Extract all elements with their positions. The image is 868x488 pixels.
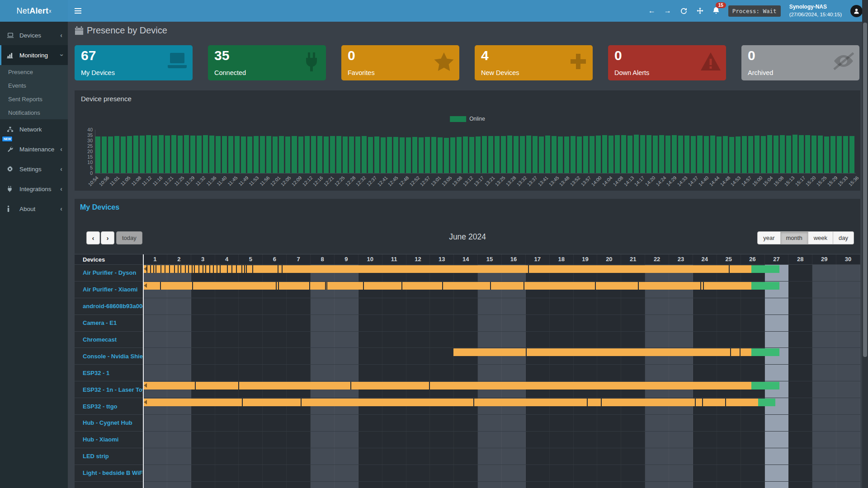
day-header-cell: 11 xyxy=(382,254,406,264)
chart-bar xyxy=(381,137,386,173)
currently-online-bar[interactable] xyxy=(751,348,779,356)
day-cell xyxy=(143,365,167,381)
card-new-devices[interactable]: 4 New Devices xyxy=(475,45,593,80)
day-cell xyxy=(263,448,287,465)
device-name[interactable]: LED strip xyxy=(75,448,143,465)
sidebar-item-devices[interactable]: Devices ‹ xyxy=(0,25,68,45)
offline-gap-tick xyxy=(188,265,189,273)
chart-bar xyxy=(235,136,240,173)
chart-legend[interactable]: Online xyxy=(450,116,485,122)
sidebar-item-integrations[interactable]: Integrations ‹ xyxy=(0,179,68,199)
forward-arrow-icon[interactable]: → xyxy=(664,7,671,14)
device-timeline xyxy=(143,398,860,415)
view-day-button[interactable]: day xyxy=(833,231,854,244)
back-arrow-icon[interactable]: ← xyxy=(648,7,656,14)
day-cell xyxy=(621,432,645,448)
card-archived[interactable]: 0 Archived xyxy=(741,45,859,80)
offline-gap-tick xyxy=(192,265,193,273)
card-favorites[interactable]: 0 Favorites xyxy=(341,45,459,80)
currently-online-bar[interactable] xyxy=(758,399,776,406)
continues-left-arrow-icon xyxy=(144,283,147,288)
x-tick-label: 14:00 xyxy=(590,175,603,187)
vertical-scrollbar[interactable] xyxy=(862,0,868,488)
offline-gap-tick xyxy=(192,282,193,290)
device-name[interactable]: Camera - E1 xyxy=(75,315,143,332)
day-cell xyxy=(669,482,693,488)
currently-online-bar[interactable] xyxy=(751,382,779,389)
chart-bar xyxy=(222,136,227,173)
scrollbar-thumb[interactable] xyxy=(863,23,867,357)
sidebar-item-monitoring[interactable]: Monitoring ‹ xyxy=(0,45,68,65)
online-period-bar[interactable] xyxy=(143,282,751,290)
currently-online-bar[interactable] xyxy=(751,265,779,273)
device-name[interactable]: Hub - Xiaomi xyxy=(75,432,143,448)
x-tick-label: 13:37 xyxy=(526,175,538,187)
day-header-cell: 21 xyxy=(621,254,645,264)
day-cell xyxy=(335,298,359,314)
online-period-bar[interactable] xyxy=(453,348,752,356)
sidebar-item-presence[interactable]: Presence xyxy=(0,65,68,79)
day-cell xyxy=(574,298,598,314)
device-row: ESP32 - 1 xyxy=(75,365,860,381)
sidebar-item-about[interactable]: About ‹ xyxy=(0,199,68,219)
device-name[interactable]: Light - bedside B WiFi xyxy=(75,465,143,482)
notifications-bell[interactable]: 15 xyxy=(712,7,720,15)
day-header-cell: 15 xyxy=(478,254,502,264)
online-period-bar[interactable] xyxy=(143,399,758,406)
device-name[interactable]: android-68608b93a00e4 xyxy=(75,298,143,315)
device-timeline xyxy=(143,465,860,482)
card-down-alerts[interactable]: 0 Down Alerts xyxy=(608,45,726,80)
device-name[interactable]: Hub - Cygnet Hub xyxy=(75,415,143,432)
app-logo[interactable]: NetAlertx xyxy=(0,0,68,22)
sidebar-item-notifications[interactable]: Notifications xyxy=(0,106,68,119)
x-tick-label: 11:40 xyxy=(216,175,228,187)
chevron-left-icon: ‹ xyxy=(60,32,62,39)
sidebar-item-settings[interactable]: Settings ‹ xyxy=(0,159,68,179)
device-name[interactable]: Air Purifier - Dyson xyxy=(75,265,143,282)
view-month-button[interactable]: month xyxy=(781,231,808,244)
day-cell xyxy=(836,282,860,298)
devices-column-header: Devices xyxy=(75,254,143,264)
day-cell xyxy=(717,482,741,488)
card-my-devices[interactable]: 67 My Devices xyxy=(75,45,193,80)
device-name[interactable]: Chromecast xyxy=(75,332,143,348)
day-cell xyxy=(741,448,765,465)
chart-bar xyxy=(203,135,208,173)
device-name[interactable]: ESP32 - 1 xyxy=(75,365,143,381)
refresh-icon[interactable] xyxy=(680,7,688,15)
day-cell xyxy=(836,482,860,488)
device-name[interactable]: Air Purifier - Xiaomi xyxy=(75,282,143,298)
day-cell xyxy=(812,381,836,398)
day-cell xyxy=(287,348,311,364)
day-cell xyxy=(167,432,191,448)
online-period-bar[interactable] xyxy=(143,382,751,389)
card-connected[interactable]: 35 Connected xyxy=(208,45,326,80)
x-tick-label: 13:01 xyxy=(429,175,442,187)
x-tick-label: 15:17 xyxy=(794,175,806,187)
sidebar-item-maintenance[interactable]: Maintenance ‹ xyxy=(0,139,68,159)
view-year-button[interactable]: year xyxy=(757,231,780,244)
day-cell xyxy=(143,332,167,348)
currently-online-bar[interactable] xyxy=(751,282,779,290)
day-cell xyxy=(263,365,287,381)
my-devices-heading[interactable]: My Devices xyxy=(80,203,119,211)
chart-bar xyxy=(95,136,100,173)
move-icon[interactable] xyxy=(696,7,704,15)
device-name[interactable]: ESP32 - ttgo xyxy=(75,398,143,415)
device-name[interactable]: Console - Nvidia Shield TV xyxy=(75,348,143,365)
day-cell xyxy=(693,315,717,331)
view-week-button[interactable]: week xyxy=(808,231,833,244)
chart-bar xyxy=(482,136,487,173)
sidebar-item-label: Monitoring xyxy=(19,52,48,59)
day-cell xyxy=(215,315,239,331)
day-cell xyxy=(526,332,550,348)
sidebar-item-sent-reports[interactable]: Sent Reports xyxy=(0,92,68,106)
user-avatar[interactable] xyxy=(850,5,863,17)
sidebar-item-events[interactable]: Events xyxy=(0,79,68,92)
device-name[interactable]: ESP32 - 1n - Laser Toy xyxy=(75,381,143,398)
day-cell xyxy=(574,482,598,488)
device-name[interactable] xyxy=(75,482,143,488)
chart-bar xyxy=(190,136,195,174)
online-period-bar[interactable] xyxy=(143,265,751,273)
menu-toggle-button[interactable] xyxy=(68,0,88,22)
